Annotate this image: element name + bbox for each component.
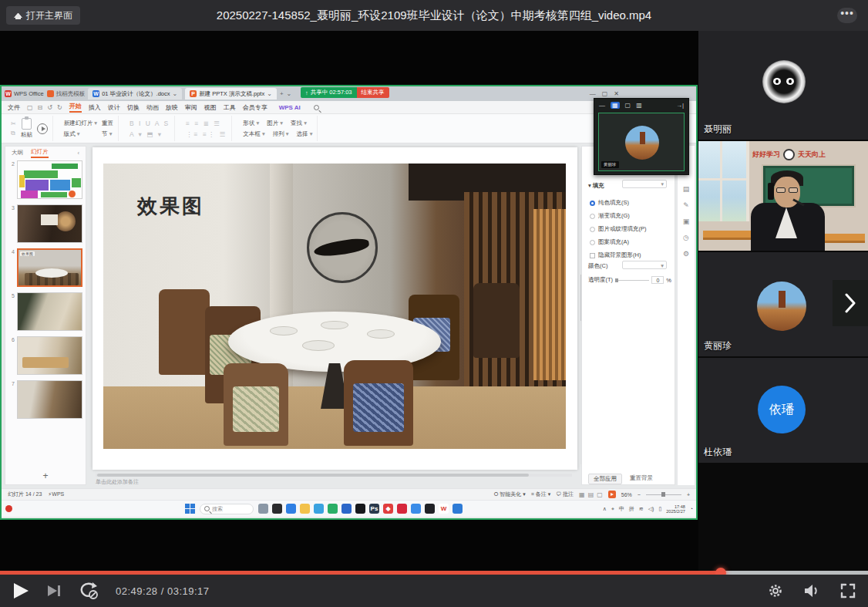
notes-placeholder[interactable]: 单击此处添加备注 xyxy=(96,478,572,487)
normal-view-icon[interactable]: ▦ xyxy=(579,491,585,498)
play-button[interactable] xyxy=(12,582,29,600)
zoom-percent[interactable]: 56% xyxy=(621,492,632,497)
add-slide-button[interactable]: + xyxy=(5,470,86,484)
taskbar-app-icon-app-gray[interactable] xyxy=(258,504,268,514)
tab-outline[interactable]: 大纲 xyxy=(12,149,23,157)
arrange-button[interactable]: 排列 ▾ xyxy=(273,130,289,138)
taskbar-app-icon-edge[interactable] xyxy=(286,504,296,514)
find-button[interactable]: 查找 ▾ xyxy=(291,120,307,127)
transparency-value[interactable]: 0 xyxy=(651,276,664,284)
volume-icon[interactable]: ◁) xyxy=(648,506,654,512)
chevron-down-icon[interactable]: ⌄ xyxy=(172,90,177,97)
wps-ai-button[interactable]: WPS AI xyxy=(279,104,301,111)
reset-background-button[interactable]: 重置背景 xyxy=(628,474,654,484)
fullscreen-button[interactable] xyxy=(840,583,856,599)
slide-thumbnail-6[interactable] xyxy=(17,336,82,375)
open-main-ui-button[interactable]: 打开主界面 xyxy=(6,6,80,25)
apply-all-button[interactable]: 全部应用 xyxy=(588,474,622,484)
taskbar-search-box[interactable]: 搜索 xyxy=(200,504,254,514)
menu-view[interactable]: 视图 xyxy=(204,103,217,112)
ime-indicator[interactable]: 中 xyxy=(619,505,624,513)
settings-button[interactable] xyxy=(768,583,783,599)
menu-slideshow[interactable]: 放映 xyxy=(166,103,178,112)
taskbar-app-icon-app-blue2[interactable] xyxy=(453,504,463,514)
layout-icon[interactable]: ▤ xyxy=(683,185,690,193)
hidden-icons-chevron[interactable]: ∧ xyxy=(603,506,607,512)
canvas-horizontal-scrollbar[interactable] xyxy=(96,474,572,477)
play-from-start-button[interactable] xyxy=(37,123,48,134)
slideshow-play-icon[interactable] xyxy=(608,491,616,498)
menu-home[interactable]: 开始 xyxy=(69,102,82,113)
smart-beautify-button[interactable]: ⭘ 智能美化 ▾ xyxy=(494,491,526,498)
option-hide-background[interactable]: 隐藏背景图形(H) xyxy=(590,251,641,259)
next-button[interactable] xyxy=(46,583,62,599)
battery-icon[interactable]: ▯ xyxy=(658,506,661,512)
slide-canvas[interactable]: 效果图 xyxy=(93,147,577,470)
zoom-out-icon[interactable]: − xyxy=(638,492,641,497)
menu-insert[interactable]: 插入 xyxy=(89,103,101,112)
select-button[interactable]: 选择 ▾ xyxy=(297,130,313,138)
color-dropdown[interactable] xyxy=(622,261,667,269)
save-icon[interactable]: ▢ xyxy=(27,104,33,111)
taskbar-app-icon-explorer[interactable] xyxy=(300,504,310,514)
taskbar-app-icon-app-blue1[interactable] xyxy=(341,504,352,514)
menu-design[interactable]: 设计 xyxy=(108,103,120,112)
taskbar-app-icon-video-app[interactable] xyxy=(314,504,324,514)
fill-preset-dropdown[interactable] xyxy=(622,180,667,188)
close-icon[interactable]: ✕ xyxy=(614,90,619,97)
comments-button[interactable]: 🗩 批注 xyxy=(556,491,574,498)
network-icon[interactable]: ≋ xyxy=(639,506,644,512)
minimize-icon[interactable]: — xyxy=(599,102,605,109)
collapse-right-icon[interactable]: →| xyxy=(676,102,684,109)
participant-tile-4[interactable]: 依璠 杜依璠 xyxy=(698,358,868,463)
edit-icon[interactable]: ✎ xyxy=(683,201,689,209)
ime-mode-indicator[interactable]: 拼 xyxy=(629,505,634,513)
taskbar-app-icon-app-black[interactable] xyxy=(355,504,365,514)
notes-toggle-button[interactable]: ≡ 备注 ▾ xyxy=(531,491,551,498)
layout-button[interactable]: 版式 ▾ xyxy=(64,130,97,138)
option-pattern-fill[interactable]: 图案填充(A) xyxy=(590,238,629,246)
reading-view-icon[interactable]: ▢ xyxy=(597,491,603,498)
section-button[interactable]: 节 ▾ xyxy=(102,130,113,138)
start-button[interactable] xyxy=(185,504,195,514)
participant-tile-2-video[interactable]: 好好学习 天天向上 xyxy=(698,141,868,251)
taskbar-clock[interactable]: 17:48 2025/2/27 xyxy=(666,504,685,514)
maximize-icon[interactable]: ▢ xyxy=(602,90,608,97)
taskbar-app-icon-wechat[interactable] xyxy=(328,504,338,514)
microphone-icon[interactable]: ⌖ xyxy=(611,506,614,512)
taskbar-app-icon-app-dark1[interactable] xyxy=(272,504,282,514)
slide-thumbnail-7[interactable] xyxy=(17,380,82,419)
chevron-down-icon[interactable]: ⌄ xyxy=(267,90,272,97)
taskbar-app-icon-wps[interactable]: W xyxy=(439,504,449,514)
panel-view-icon[interactable]: ▢ xyxy=(625,102,631,109)
settings-gear-icon[interactable]: ⚙ xyxy=(683,250,689,258)
slide-title[interactable]: 效果图 xyxy=(137,193,204,220)
menu-animations[interactable]: 动画 xyxy=(146,103,159,112)
copy-icon[interactable]: ⧉ xyxy=(11,130,16,137)
print-icon[interactable]: ⊟ xyxy=(38,104,43,111)
menu-member[interactable]: 会员专享 xyxy=(243,103,267,112)
doc-tab[interactable]: W 01 毕业设计（论文）.docx ⌄ xyxy=(88,88,182,99)
textbox-button[interactable]: 文本框 ▾ xyxy=(243,130,264,138)
taskbar-app-icon-app-dark2[interactable] xyxy=(425,504,435,514)
sorter-view-icon[interactable]: ▤ xyxy=(588,491,594,498)
paste-button[interactable]: 粘贴 xyxy=(21,118,32,139)
docer-templates-button[interactable]: 找稻壳模板 xyxy=(47,90,86,98)
minimize-icon[interactable]: — xyxy=(590,90,596,97)
option-solid-fill[interactable]: 纯色填充(S) xyxy=(590,199,629,207)
panel-icon[interactable]: ▣ xyxy=(683,218,690,225)
slide-thumbnail-2[interactable] xyxy=(17,160,82,199)
meeting-floating-panel[interactable]: — ▦ ▢ ▥ →| 黄丽珍 xyxy=(594,98,689,175)
zoom-in-icon[interactable]: + xyxy=(687,492,690,497)
menu-review[interactable]: 审阅 xyxy=(185,103,197,112)
floating-participant-video[interactable]: 黄丽珍 xyxy=(598,113,685,171)
cut-icon[interactable]: ✂ xyxy=(11,120,16,127)
taskbar-app-icon-photoshop[interactable]: Ps xyxy=(369,504,379,514)
reset-button[interactable]: 重置 xyxy=(102,120,113,127)
tab-slides[interactable]: 幻灯片 xyxy=(31,148,49,158)
ppt-tab[interactable]: P 新建 PPTX 演示文稿.pptx ⌄ xyxy=(185,88,277,99)
more-options-button[interactable]: ••• xyxy=(837,8,857,23)
new-slide-button[interactable]: 新建幻灯片 ▾ xyxy=(64,120,97,127)
menu-transitions[interactable]: 切换 xyxy=(127,103,140,112)
cut-copy-icons[interactable]: ✂ ⧉ xyxy=(11,120,16,137)
